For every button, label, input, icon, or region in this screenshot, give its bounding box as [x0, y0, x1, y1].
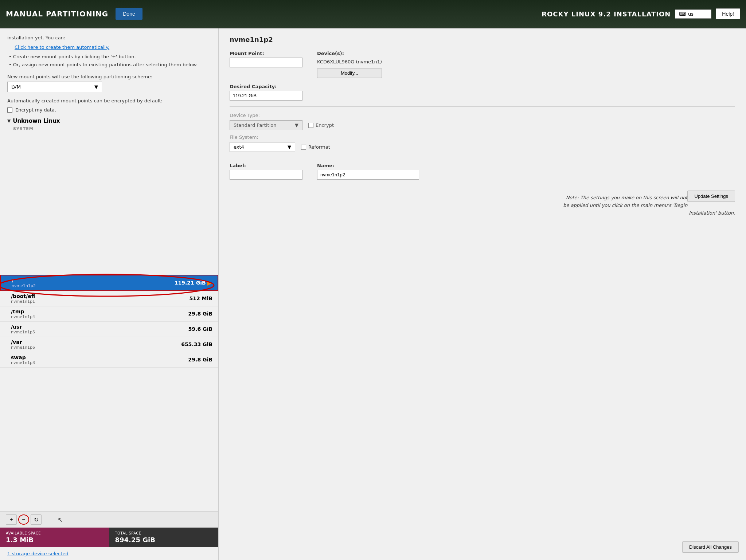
partition-row-var[interactable]: /var nvme1n1p6 655.33 GiB: [0, 337, 218, 352]
remove-partition-button[interactable]: −: [18, 514, 29, 525]
add-partition-button[interactable]: +: [6, 514, 17, 525]
device-type-section: Device Type: Standard Partition ▼ Encryp…: [230, 113, 735, 130]
partition-row-root[interactable]: / nvme1n1p2 119.21 GiB ▶: [0, 275, 218, 291]
dropdown-arrow-icon: ▼: [295, 122, 298, 128]
partition-row-tmp[interactable]: /tmp nvme1n1p4 29.8 GiB: [0, 306, 218, 322]
partition-row-boot-efi[interactable]: /boot/efi nvme1n1p1 512 MiB: [0, 291, 218, 306]
partition-title: nvme1n1p2: [230, 36, 735, 43]
encrypt-label: Encrypt my data.: [15, 107, 56, 113]
cursor-icon: ↖: [58, 516, 63, 524]
form-section-capacity: Desired Capacity:: [230, 84, 735, 101]
name-input[interactable]: [317, 170, 419, 180]
device-tmp: nvme1n1p4: [11, 314, 35, 319]
encrypt-device-checkbox[interactable]: [308, 123, 313, 128]
mount-usr: /usr: [11, 324, 35, 330]
help-button[interactable]: Help!: [716, 8, 740, 19]
mount-boot-efi: /boot/efi: [11, 293, 35, 299]
size-root: 119.21 GiB ▶: [175, 279, 212, 286]
devices-label: Device(s):: [317, 51, 382, 56]
encrypt-description: Automatically created mount points can b…: [7, 97, 211, 105]
reformat-label: Reformat: [308, 144, 330, 150]
label-field: Label:: [230, 163, 302, 180]
instructions-text: installation yet. You can:: [7, 34, 211, 42]
filesystem-dropdown[interactable]: ext4 ▼: [230, 142, 295, 152]
unknown-linux-header: ▼ Unknown Linux: [7, 118, 211, 124]
filesystem-label: File System:: [230, 134, 735, 140]
mount-tmp: /tmp: [11, 309, 35, 314]
filesystem-section: File System: ext4 ▼ Reformat: [230, 134, 735, 152]
partition-toolbar: + − ↻ ↖: [0, 511, 218, 528]
partition-row-usr[interactable]: /usr nvme1n1p5 59.6 GiB: [0, 322, 218, 337]
partition-row-swap[interactable]: swap nvme1n1p3 29.8 GiB: [0, 352, 218, 368]
scheme-value: LVM: [11, 84, 21, 90]
reformat-checkbox[interactable]: [301, 145, 306, 150]
encrypt-device-label: Encrypt: [316, 122, 334, 128]
mount-point-field: Mount Point:: [230, 51, 302, 78]
reformat-row: Reformat: [301, 144, 330, 150]
partition-info-root: / nvme1n1p2: [12, 278, 36, 288]
device-type-value: Standard Partition: [234, 122, 276, 128]
refresh-button[interactable]: ↻: [31, 514, 42, 525]
update-settings-button[interactable]: Update Settings: [687, 191, 735, 202]
scheme-dropdown[interactable]: LVM ▼: [7, 82, 102, 92]
left-panel-content: installation yet. You can: Click here to…: [0, 28, 218, 275]
device-name: KCD6XLUL960G (nvme1n1): [317, 59, 382, 64]
label-name-section: Label: Name:: [230, 163, 735, 180]
size-swap: 29.8 GiB: [188, 357, 212, 363]
space-info: AVAILABLE SPACE 1.3 MiB TOTAL SPACE 894.…: [0, 528, 218, 547]
auto-link[interactable]: Click here to create them automatically.: [15, 44, 211, 50]
top-header: MANUAL PARTITIONING Done ROCKY LINUX 9.2…: [0, 0, 746, 28]
form-section-top: Mount Point: Device(s): KCD6XLUL960G (nv…: [230, 51, 735, 78]
desired-capacity-input[interactable]: [230, 91, 302, 101]
device-swap: nvme1n1p3: [11, 360, 35, 365]
device-type-label: Device Type:: [230, 113, 735, 118]
partition-info-usr: /usr nvme1n1p5: [11, 324, 35, 334]
encrypt-checkbox[interactable]: [7, 107, 12, 113]
bullet1: • Create new mount points by clicking th…: [7, 53, 211, 61]
name-field-label: Name:: [317, 163, 419, 168]
mount-point-input[interactable]: [230, 58, 302, 67]
total-space-label: TOTAL SPACE: [115, 531, 213, 535]
scheme-label: New mount points will use the following …: [7, 74, 211, 79]
desired-capacity-field: Desired Capacity:: [230, 84, 302, 101]
partition-list: / nvme1n1p2 119.21 GiB ▶ /boot/efi nvme1…: [0, 275, 218, 512]
size-var: 655.33 GiB: [181, 341, 212, 347]
device-type-dropdown[interactable]: Standard Partition ▼: [230, 120, 302, 130]
header-left: MANUAL PARTITIONING Done: [6, 8, 142, 20]
fs-dropdown-arrow-icon: ▼: [288, 144, 291, 150]
devices-field: Device(s): KCD6XLUL960G (nvme1n1) Modify…: [317, 51, 382, 78]
device-boot-efi: nvme1n1p1: [11, 299, 35, 304]
device-var: nvme1n1p6: [11, 345, 35, 350]
left-panel: installation yet. You can: Click here to…: [0, 28, 219, 560]
mount-swap: swap: [11, 355, 35, 360]
filesystem-row: ext4 ▼ Reformat: [230, 142, 735, 152]
chevron-down-icon: ▼: [94, 84, 98, 90]
header-right: ROCKY LINUX 9.2 INSTALLATION ⌨ us Help!: [542, 8, 740, 19]
keyboard-label: us: [688, 11, 694, 17]
label-input[interactable]: [230, 170, 302, 180]
partition-info-boot-efi: /boot/efi nvme1n1p1: [11, 293, 35, 304]
partition-info-tmp: /tmp nvme1n1p4: [11, 309, 35, 319]
done-button[interactable]: Done: [116, 8, 142, 20]
unknown-linux-label: Unknown Linux: [13, 118, 60, 124]
name-field: Name:: [317, 163, 419, 180]
available-space-value: 1.3 MiB: [6, 536, 103, 544]
mount-root: /: [12, 278, 36, 283]
encrypt-row: Encrypt: [308, 122, 334, 128]
available-space-label: AVAILABLE SPACE: [6, 531, 103, 535]
discard-all-changes-button[interactable]: Discard All Changes: [682, 541, 739, 553]
collapse-icon[interactable]: ▼: [7, 118, 11, 124]
desired-capacity-label: Desired Capacity:: [230, 84, 302, 89]
right-panel: nvme1n1p2 Mount Point: Device(s): KCD6XL…: [219, 28, 746, 560]
mount-var: /var: [11, 339, 35, 345]
modify-button[interactable]: Modify...: [317, 68, 382, 78]
device-root: nvme1n1p2: [12, 283, 36, 288]
partition-info-swap: swap nvme1n1p3: [11, 355, 35, 365]
filesystem-value: ext4: [234, 144, 244, 150]
storage-device-link[interactable]: 1 storage device selected: [0, 547, 218, 560]
size-arrow-icon: ▶: [207, 279, 212, 286]
size-usr: 59.6 GiB: [188, 326, 212, 332]
keyboard-selector[interactable]: ⌨ us: [675, 9, 711, 19]
app-title: MANUAL PARTITIONING: [6, 9, 108, 18]
available-space-block: AVAILABLE SPACE 1.3 MiB: [0, 528, 109, 547]
